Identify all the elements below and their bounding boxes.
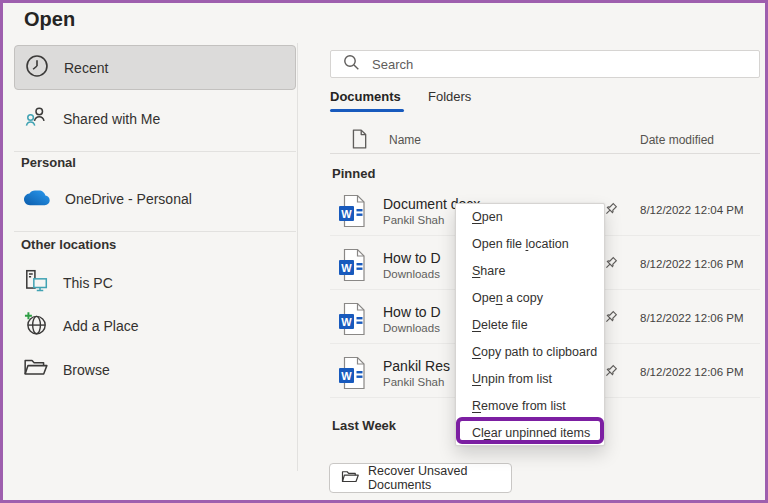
sidebar-item-add-a-place[interactable]: Add a Place bbox=[14, 305, 296, 347]
menu-label: opy path to clipboard bbox=[481, 345, 597, 359]
tab-documents[interactable]: Documents bbox=[330, 89, 401, 104]
file-date: 8/12/2022 12:06 PM bbox=[640, 366, 744, 378]
menu-item-copy-path-to-clipboard[interactable]: Copy path to clipboard bbox=[456, 339, 604, 366]
open-folder-icon bbox=[341, 469, 359, 488]
recover-button-label: Recover Unsaved Documents bbox=[368, 464, 511, 492]
file-date: 8/12/2022 12:04 PM bbox=[640, 204, 744, 216]
sidebar-item-label: Recent bbox=[64, 60, 108, 76]
menu-item-remove-from-list[interactable]: Remove from list bbox=[456, 393, 604, 420]
pin-icon[interactable] bbox=[603, 310, 618, 329]
svg-text:W: W bbox=[341, 316, 352, 328]
globe-plus-icon bbox=[23, 311, 49, 341]
menu-item-delete-file[interactable]: Delete file bbox=[456, 312, 604, 339]
menu-label: ar unpinned items bbox=[491, 426, 590, 440]
menu-label: Open file bbox=[472, 237, 526, 251]
clock-icon bbox=[24, 53, 50, 83]
menu-label: C bbox=[472, 345, 481, 359]
file-name: Pankil Res bbox=[383, 358, 450, 374]
tab-folders[interactable]: Folders bbox=[428, 89, 471, 104]
recover-unsaved-documents-button[interactable]: Recover Unsaved Documents bbox=[329, 463, 512, 493]
menu-item-share[interactable]: Share bbox=[456, 258, 604, 285]
svg-text:W: W bbox=[341, 262, 352, 274]
document-type-icon bbox=[350, 129, 368, 153]
sidebar-section-other-locations: Other locations bbox=[21, 237, 116, 252]
menu-item-open[interactable]: Open bbox=[456, 204, 604, 231]
pin-icon[interactable] bbox=[603, 202, 618, 221]
sidebar-item-onedrive[interactable]: OneDrive - Personal bbox=[14, 178, 296, 220]
menu-item-open-a-copy[interactable]: Open a copy bbox=[456, 285, 604, 312]
search-icon bbox=[343, 54, 360, 75]
file-date: 8/12/2022 12:06 PM bbox=[640, 312, 744, 324]
column-header-name[interactable]: Name bbox=[389, 133, 421, 147]
search-input[interactable] bbox=[372, 57, 712, 72]
file-subtitle: Pankil Shah bbox=[383, 214, 444, 226]
sidebar-item-label: OneDrive - Personal bbox=[65, 191, 192, 207]
sidebar-item-label: Browse bbox=[63, 362, 110, 378]
pin-icon[interactable] bbox=[603, 256, 618, 275]
word-file-icon: W bbox=[338, 194, 368, 233]
sidebar-section-personal: Personal bbox=[21, 155, 76, 170]
this-pc-icon bbox=[23, 268, 49, 298]
svg-text:W: W bbox=[341, 370, 352, 382]
word-file-icon: W bbox=[338, 356, 368, 395]
sidebar-item-label: Shared with Me bbox=[63, 111, 160, 127]
sidebar-divider bbox=[14, 151, 296, 152]
menu-label: R bbox=[472, 399, 481, 413]
menu-label: e bbox=[484, 426, 491, 440]
sidebar-item-label: This PC bbox=[63, 275, 113, 291]
browse-folder-icon bbox=[23, 355, 49, 385]
menu-label: hare bbox=[480, 264, 505, 278]
menu-label: n bbox=[496, 291, 503, 305]
menu-label: ocation bbox=[528, 237, 568, 251]
menu-label: U bbox=[472, 372, 481, 386]
sidebar-item-shared-with-me[interactable]: Shared with Me bbox=[14, 98, 296, 140]
menu-label: pen bbox=[482, 210, 503, 224]
menu-item-clear-unpinned-items[interactable]: Clear unpinned items bbox=[456, 420, 604, 447]
menu-label: emove from list bbox=[481, 399, 566, 413]
file-subtitle: Downloads bbox=[383, 322, 440, 334]
menu-label: Ope bbox=[472, 291, 496, 305]
file-name: How to D bbox=[383, 250, 441, 266]
sidebar-item-browse[interactable]: Browse bbox=[14, 349, 296, 391]
file-name: How to D bbox=[383, 304, 441, 320]
header-divider bbox=[330, 153, 760, 154]
sidebar-item-this-pc[interactable]: This PC bbox=[14, 262, 296, 304]
menu-label: Cl bbox=[472, 426, 484, 440]
sidebar-divider bbox=[14, 231, 296, 232]
menu-item-open-file-location[interactable]: Open file location bbox=[456, 231, 604, 258]
sidebar-item-label: Add a Place bbox=[63, 318, 139, 334]
svg-text:W: W bbox=[341, 208, 352, 220]
menu-label: npin from list bbox=[481, 372, 552, 386]
file-subtitle: Pankil Shah bbox=[383, 376, 444, 388]
sidebar-item-recent[interactable]: Recent bbox=[14, 45, 296, 90]
menu-label: elete file bbox=[481, 318, 528, 332]
menu-label: D bbox=[472, 318, 481, 332]
onedrive-icon bbox=[23, 187, 51, 211]
menu-label: O bbox=[472, 210, 482, 224]
page-title: Open bbox=[24, 8, 75, 31]
word-file-icon: W bbox=[338, 302, 368, 341]
tab-active-underline bbox=[330, 109, 404, 112]
search-bar[interactable] bbox=[330, 50, 760, 78]
pane-divider bbox=[297, 43, 298, 471]
file-subtitle: Downloads bbox=[383, 268, 440, 280]
group-label-pinned: Pinned bbox=[332, 166, 375, 181]
column-header-date-modified[interactable]: Date modified bbox=[640, 133, 714, 147]
pin-icon[interactable] bbox=[603, 364, 618, 383]
word-file-icon: W bbox=[338, 248, 368, 287]
file-date: 8/12/2022 12:06 PM bbox=[640, 258, 744, 270]
menu-item-unpin-from-list[interactable]: Unpin from list bbox=[456, 366, 604, 393]
group-label-last-week: Last Week bbox=[332, 418, 396, 433]
menu-label: a copy bbox=[503, 291, 543, 305]
context-menu: Open Open file location Share Open a cop… bbox=[455, 203, 605, 446]
shared-people-icon bbox=[23, 104, 49, 134]
open-backstage-window: Open Recent Shared with Me Personal bbox=[0, 0, 768, 503]
